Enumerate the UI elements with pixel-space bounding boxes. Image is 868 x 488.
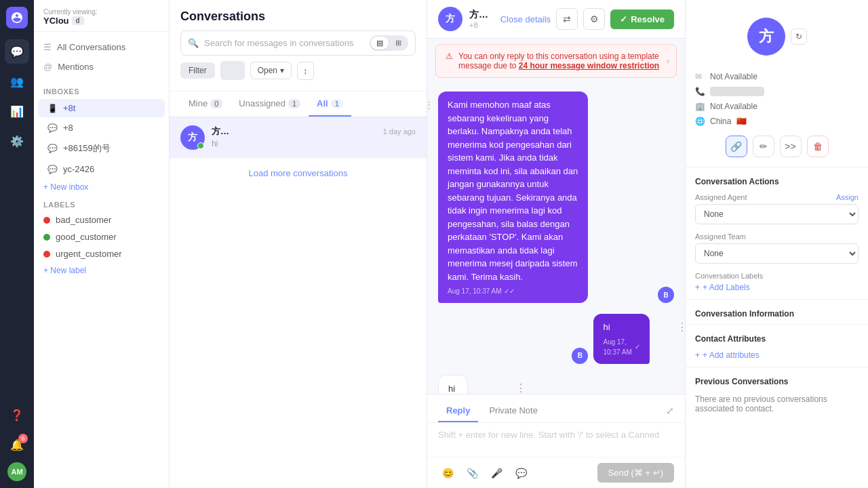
close-details-button[interactable]: Close details	[500, 14, 551, 24]
section-divider-2	[686, 299, 868, 300]
conversation-avatar-0: 方	[180, 125, 205, 150]
load-more-button[interactable]: Load more conversations	[170, 159, 427, 188]
sidebar-nav-mentions[interactable]: @ Mentions	[34, 57, 169, 77]
org-name: YClou d	[43, 16, 159, 26]
conversations-tabs: Mine 0 Unassigned 1 All 1	[170, 92, 427, 117]
nav-icon-conversations[interactable]: 💬	[5, 39, 29, 64]
emoji-button[interactable]: 😊	[438, 464, 457, 483]
inbox-item-2[interactable]: 💬 +86159的号	[38, 138, 165, 159]
nav-icon-settings[interactable]: ⚙️	[5, 129, 29, 153]
location-value: Not Available	[710, 102, 757, 111]
settings-icon-btn[interactable]: ⚙	[583, 8, 605, 30]
contact-action-delete-btn[interactable]: 🗑	[807, 136, 829, 157]
label-item-good-customer[interactable]: good_customer	[34, 228, 169, 245]
nav-icon-help[interactable]: ❓	[5, 403, 29, 427]
contact-action-new-btn[interactable]: 🔗	[726, 136, 747, 157]
inbox-label-3: yc-2426	[63, 164, 94, 174]
send-button[interactable]: Send (⌘ + ↵)	[597, 463, 674, 483]
warning-banner: ⚠ You can only reply to this conversatio…	[435, 44, 677, 78]
tab-mine-count: 0	[210, 99, 222, 108]
reply-box: Reply Private Note ⤢ Shift + enter for n…	[427, 394, 685, 488]
message-menu-icon-0[interactable]: ⋮	[427, 98, 433, 112]
translate-icon-btn[interactable]: ⇄	[556, 8, 578, 30]
label-dot-good-customer	[43, 234, 50, 241]
reply-tabs: Reply Private Note ⤢	[427, 394, 685, 423]
chat-header-name: 方…	[469, 9, 488, 21]
conversation-body-0: 方… 1 day ago hi	[212, 125, 416, 148]
label-item-urgent-customer[interactable]: urgent_customer	[34, 245, 169, 262]
all-conversations-icon: ☰	[43, 42, 52, 52]
tab-all[interactable]: All 1	[309, 92, 351, 117]
inbox-label-1: +8	[63, 123, 73, 133]
resolve-button[interactable]: ✓ Resolve	[610, 9, 674, 29]
nav-icon-notifications[interactable]: 🔔 6	[5, 432, 29, 457]
chat-header-info: 方… +8	[469, 9, 488, 29]
warning-link[interactable]: 24 hour message window restriction	[519, 61, 659, 70]
inbox-item-0[interactable]: 📱 +8t	[38, 99, 165, 117]
reply-tab-private-note[interactable]: Private Note	[481, 400, 546, 422]
toggle-btn-grid[interactable]: ⊞	[390, 37, 407, 49]
new-inbox-link[interactable]: + New inbox	[34, 179, 169, 195]
contact-attributes-label: Contact Attributes	[686, 327, 868, 346]
whatsapp-button[interactable]: 💬	[511, 464, 530, 483]
contact-phone-row: 📞	[686, 84, 868, 99]
sort-button[interactable]: ↕	[297, 62, 314, 80]
previous-conversations-text: There are no previous conversations asso…	[686, 389, 868, 419]
inbox-label-2: +86159的号	[63, 142, 111, 155]
sender-badge-1: B	[572, 348, 588, 364]
sidebar-nav-all-conversations[interactable]: ☰ All Conversations	[34, 37, 169, 57]
assign-link[interactable]: Assign	[836, 193, 859, 201]
reply-input[interactable]: Shift + enter for new line. Start with '…	[427, 423, 685, 457]
inbox-item-3[interactable]: 💬 yc-2426	[38, 160, 165, 178]
conversation-item-0[interactable]: 方 方… 1 day ago hi	[170, 117, 427, 159]
tab-unassigned[interactable]: Unassigned 1	[231, 92, 309, 117]
mentions-icon: @	[43, 62, 52, 72]
contact-action-edit-btn[interactable]: ✏	[753, 136, 774, 157]
message-group-0: ⋮ Kami memohon maaf atas sebarang kekeli…	[438, 92, 674, 303]
contact-action-merge-btn[interactable]: >>	[780, 136, 802, 157]
toggle-btn-list[interactable]: ▤	[371, 37, 389, 49]
phone-icon: 📞	[695, 87, 705, 96]
conversation-actions-label: Conversation Actions	[686, 170, 868, 189]
section-divider-1	[686, 167, 868, 167]
conversation-labels-row: Conversation Labels + + Add Labels	[686, 268, 868, 296]
warning-icon: ⚠	[446, 52, 453, 61]
nav-icon-reports[interactable]: 📊	[5, 99, 29, 123]
contact-avatar: 方	[747, 18, 785, 56]
attach-button[interactable]: 📎	[462, 464, 481, 483]
online-indicator-0	[197, 142, 204, 149]
assigned-team-select[interactable]: None	[695, 243, 859, 264]
message-bubble-0: ⋮ Kami memohon maaf atas sebarang kekeli…	[438, 92, 588, 303]
warning-text: You can only reply to this conversation …	[458, 52, 667, 70]
country-icon: 🌐	[695, 117, 705, 126]
nav-logo	[6, 7, 28, 28]
search-bar[interactable]: 🔍 Search for messages in conversations ▤…	[180, 30, 416, 56]
warning-arrow-icon[interactable]: ›	[667, 56, 669, 66]
refresh-icon-btn[interactable]: ↻	[791, 28, 807, 45]
status-label: Open	[258, 66, 277, 75]
message-menu-icon-1[interactable]: ⋮	[677, 321, 685, 333]
filter-button[interactable]: Filter	[180, 62, 215, 79]
nav-avatar[interactable]: AM	[7, 462, 26, 481]
status-button[interactable]: Open ▾	[250, 62, 292, 79]
chevron-down-icon: ▾	[280, 66, 284, 75]
tab-mine[interactable]: Mine 0	[180, 92, 231, 117]
assigned-agent-select[interactable]: None	[695, 204, 859, 224]
section-divider-4	[686, 367, 868, 367]
inbox-item-1[interactable]: 💬 +8	[38, 119, 165, 137]
inbox-label-0: +8t	[63, 103, 75, 113]
expand-icon[interactable]: ⤢	[666, 400, 674, 422]
nav-icon-contacts[interactable]: 👥	[5, 69, 29, 94]
audio-button[interactable]: 🎤	[487, 464, 506, 483]
contact-country-row: 🌐 China 🇨🇳	[686, 114, 868, 129]
label-item-bad-customer[interactable]: bad_customer	[34, 211, 169, 228]
country-value: China	[710, 117, 731, 126]
add-attributes-button[interactable]: + + Add attributes	[686, 346, 868, 364]
new-label-link[interactable]: + New label	[34, 262, 169, 279]
conversation-labels-label: Conversation Labels	[695, 272, 859, 280]
label-dot-bad-customer	[43, 217, 50, 224]
message-menu-icon-2[interactable]: ⋮	[515, 382, 526, 394]
add-labels-button[interactable]: + + Add Labels	[695, 283, 859, 292]
reply-tab-reply[interactable]: Reply	[438, 400, 478, 422]
email-value: Not Available	[710, 72, 757, 81]
